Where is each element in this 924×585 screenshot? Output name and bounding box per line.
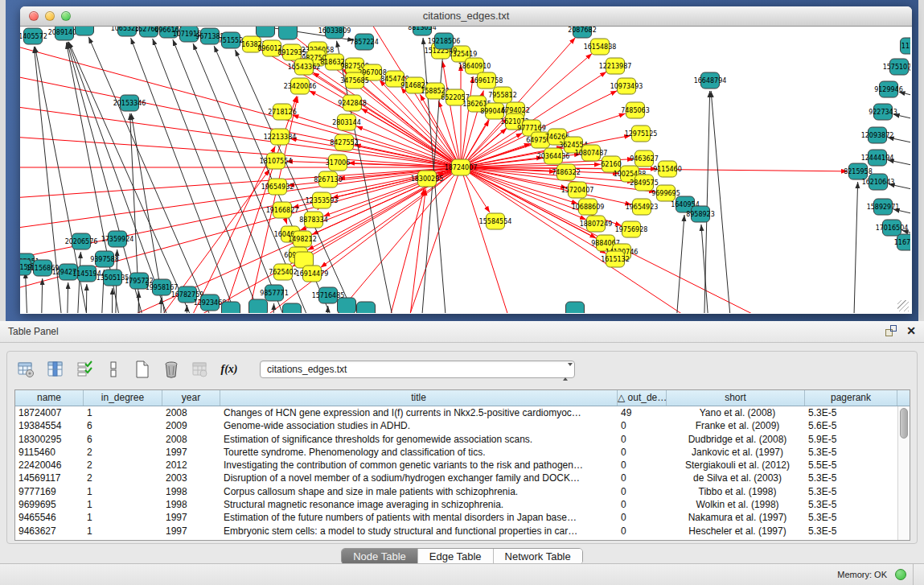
column-header-2[interactable]: year bbox=[162, 390, 220, 406]
graph-node[interactable]: 9227343 bbox=[869, 104, 897, 120]
graph-node[interactable]: 16648794 bbox=[694, 72, 727, 89]
table-row[interactable]: 1872400712008Changes of HCN gene express… bbox=[15, 406, 910, 419]
table-row[interactable]: 946554611997Estimation of the future num… bbox=[15, 511, 910, 524]
citation-graph[interactable]: 1872400771638228960128891293523226058982… bbox=[20, 27, 910, 313]
graph-node[interactable]: 8267130 bbox=[314, 171, 343, 187]
graph-node[interactable]: 7485063 bbox=[621, 102, 650, 118]
graph-node[interactable]: 12213384 bbox=[264, 129, 297, 145]
table-cell: 2012 bbox=[162, 459, 220, 472]
table-cell: Estimation of significance thresholds fo… bbox=[220, 433, 618, 446]
network-canvas[interactable]: 1872400771638228960128891293523226058982… bbox=[20, 27, 910, 313]
network-window[interactable]: citations_edges.txt 18724007716382289601… bbox=[20, 6, 912, 314]
graph-node[interactable]: 8427552 bbox=[330, 134, 359, 150]
table-row[interactable]: 946362711997Embryonic stem cells: a mode… bbox=[15, 525, 910, 538]
graph-node[interactable]: 15751074 bbox=[883, 59, 910, 75]
table-row[interactable]: 969969511998Structural magnetic resonanc… bbox=[15, 498, 910, 511]
column-header-6[interactable]: pagerank bbox=[805, 390, 897, 406]
graph-node[interactable]: 9115460 bbox=[653, 161, 682, 177]
float-window-icon[interactable] bbox=[885, 325, 897, 336]
graph-node[interactable]: 9463627 bbox=[630, 150, 659, 167]
table-row[interactable]: 1938455462009Genome-wide association stu… bbox=[15, 419, 910, 432]
graph-node[interactable]: 12353593 bbox=[306, 192, 339, 208]
table-row[interactable]: 2242004622012Investigating the contribut… bbox=[15, 459, 910, 472]
tab-network-table[interactable]: Network Table bbox=[494, 549, 582, 564]
graph-node[interactable]: 17359924 bbox=[101, 231, 134, 247]
graph-node[interactable]: 12975125 bbox=[625, 126, 658, 142]
graph-node[interactable]: 16961758 bbox=[470, 72, 503, 89]
graph-node[interactable]: 19654932 bbox=[261, 179, 294, 195]
column-header-0[interactable]: name bbox=[15, 390, 84, 406]
graph-node[interactable]: 2718126 bbox=[268, 104, 297, 120]
graph-node[interactable] bbox=[249, 299, 268, 313]
column-checklist-icon[interactable] bbox=[75, 360, 94, 379]
column-header-5[interactable]: short bbox=[667, 390, 805, 406]
delete-table-icon[interactable] bbox=[191, 360, 210, 379]
new-table-icon[interactable] bbox=[133, 360, 152, 379]
table-row[interactable]: 1456911722003Disruption of a novel membe… bbox=[15, 472, 910, 484]
graph-node[interactable]: 2087682 bbox=[568, 27, 597, 38]
graph-node[interactable]: 15584554 bbox=[479, 213, 512, 229]
network-window-titlebar[interactable]: citations_edges.txt bbox=[20, 6, 912, 27]
function-builder-icon[interactable]: f(x) bbox=[220, 360, 239, 379]
table-row[interactable]: 911546021997Tourette syndrome. Phenomeno… bbox=[15, 446, 910, 459]
graph-node[interactable]: 2803144 bbox=[332, 114, 361, 130]
graph-node[interactable] bbox=[283, 303, 302, 313]
graph-node[interactable]: 7486322 bbox=[552, 164, 581, 180]
graph-node[interactable] bbox=[76, 27, 94, 35]
graph-node[interactable]: 116755 bbox=[894, 234, 910, 250]
graph-node[interactable]: 1405572 bbox=[20, 28, 47, 44]
graph-node-label: 15720407 bbox=[561, 187, 594, 194]
graph-node[interactable]: 19756928 bbox=[615, 221, 648, 237]
graph-node[interactable]: 12213987 bbox=[599, 58, 632, 74]
graph-node[interactable]: 317006 bbox=[326, 154, 351, 171]
network-window-title: citations_edges.txt bbox=[20, 6, 912, 26]
graph-node[interactable]: 9857771 bbox=[260, 285, 289, 301]
graph-node[interactable]: 8215958 bbox=[844, 163, 873, 179]
graph-node[interactable]: 1112 bbox=[901, 38, 911, 54]
graph-node-label: 17359924 bbox=[101, 236, 134, 243]
delete-entries-icon[interactable] bbox=[162, 360, 181, 379]
table-row[interactable]: 1830029562008Estimation of significance … bbox=[15, 433, 910, 446]
memory-status-indicator[interactable] bbox=[895, 569, 906, 580]
close-icon[interactable]: ✕ bbox=[906, 325, 916, 336]
graph-node[interactable] bbox=[279, 27, 298, 39]
show-columns-icon[interactable] bbox=[46, 360, 65, 379]
vertical-scrollbar[interactable] bbox=[897, 406, 910, 541]
graph-node[interactable] bbox=[566, 302, 585, 313]
close-button[interactable] bbox=[29, 11, 39, 21]
graph-node[interactable]: 19654923 bbox=[626, 199, 659, 215]
graph-node-label: 1405572 bbox=[20, 33, 47, 40]
graph-node[interactable]: 10688609 bbox=[572, 199, 605, 215]
tab-edge-table[interactable]: Edge Table bbox=[418, 549, 494, 564]
graph-node[interactable]: 8813054 bbox=[408, 27, 437, 35]
graph-node[interactable] bbox=[357, 302, 376, 313]
graph-node[interactable]: 16033809 bbox=[318, 27, 351, 39]
graph-node[interactable]: 8878334 bbox=[299, 212, 328, 228]
table-selector-dropdown[interactable]: citations_edges.txt bbox=[260, 360, 575, 378]
scrollbar-thumb[interactable] bbox=[900, 408, 908, 439]
graph-node[interactable]: 12444194 bbox=[861, 150, 894, 166]
row-height-icon[interactable] bbox=[104, 360, 123, 379]
graph-node[interactable]: 17016504 bbox=[876, 220, 909, 236]
graph-node[interactable] bbox=[222, 302, 240, 313]
graph-node[interactable]: 7955812 bbox=[488, 87, 517, 103]
zoom-button[interactable] bbox=[61, 11, 71, 21]
minimize-button[interactable] bbox=[45, 11, 55, 21]
graph-node[interactable]: 16154838 bbox=[584, 39, 617, 55]
resize-grip-icon[interactable] bbox=[897, 300, 909, 311]
table-cell: 2003 bbox=[162, 472, 220, 484]
graph-node[interactable]: 751552 bbox=[219, 32, 244, 48]
graph-node[interactable]: 12093872 bbox=[861, 127, 894, 143]
column-header-3[interactable]: title bbox=[220, 390, 618, 406]
table-settings-icon[interactable] bbox=[17, 360, 36, 379]
graph-node[interactable] bbox=[257, 27, 275, 37]
graph-node[interactable]: 7857224 bbox=[350, 34, 379, 50]
column-header-4[interactable]: △ out_de… bbox=[618, 390, 667, 406]
tab-node-table[interactable]: Node Table bbox=[342, 549, 418, 564]
graph-node[interactable]: 15892971 bbox=[867, 199, 900, 215]
graph-node[interactable] bbox=[338, 298, 356, 313]
table-row[interactable]: 977716911998Corpus callosum shape and si… bbox=[15, 485, 910, 498]
graph-node[interactable]: 9397588 bbox=[90, 251, 119, 267]
graph-node[interactable]: 9129946 bbox=[874, 81, 903, 97]
column-header-1[interactable]: in_degree bbox=[84, 390, 162, 406]
